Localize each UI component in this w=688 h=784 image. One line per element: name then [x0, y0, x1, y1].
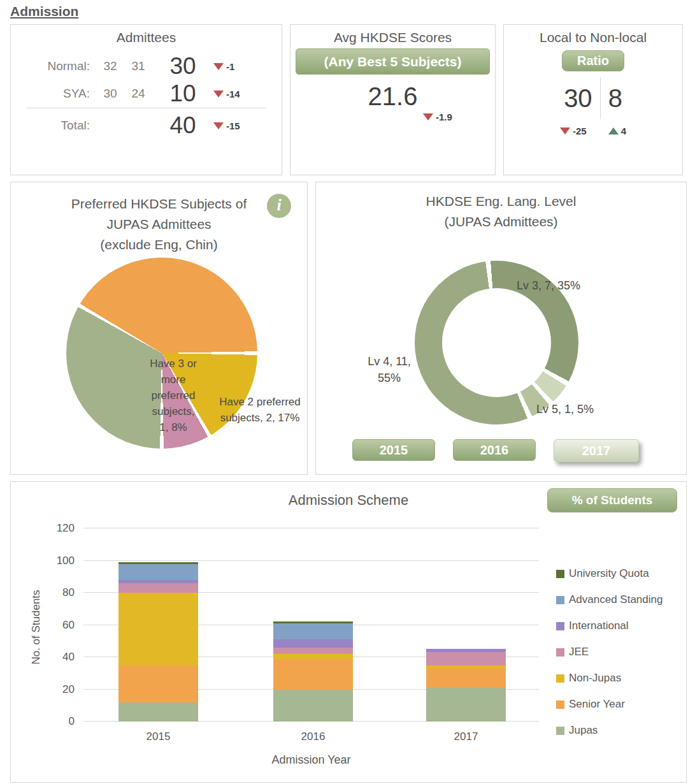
- legend-item-jee: JEE: [556, 646, 663, 658]
- decrease-icon: [213, 122, 224, 129]
- legend-swatch: [556, 701, 564, 709]
- bar-segment-senior-year: [273, 659, 353, 690]
- eng-lang-level-panel: HKDSE Eng. Lang. Level (JUPAS Admittees)…: [315, 182, 687, 475]
- delta: -1: [213, 61, 234, 72]
- ratio-title: Local to Non-local: [504, 30, 682, 45]
- ratio-deltas: -25 4: [504, 126, 682, 136]
- legend-label: International: [569, 620, 629, 632]
- legend-swatch: [556, 570, 564, 578]
- legend-item-international: International: [556, 620, 663, 632]
- nonlocal-value: 8: [608, 84, 622, 113]
- preferred-subjects-panel: Preferred HKDSE Subjects of JUPAS Admitt…: [10, 182, 308, 475]
- bar-segment-jupas: [273, 690, 353, 722]
- decrease-icon: [560, 127, 570, 134]
- chart-title: HKDSE Eng. Lang. Level: [316, 194, 686, 209]
- page-title: Admission: [10, 4, 78, 19]
- admittees-panel: Admittees Normal: 32 31 30 -1 SYA: 30 24…: [10, 24, 282, 175]
- donut-slice-label: Lv 4, 11, 55%: [347, 353, 432, 386]
- ratio-button[interactable]: Ratio: [562, 50, 624, 71]
- avg-score-value: 21.6: [290, 82, 495, 111]
- avg-hkdse-title: Avg HKDSE Scores: [290, 30, 495, 45]
- local-delta: -25: [560, 126, 587, 136]
- bar-segment-non-jupas: [118, 593, 198, 665]
- bar-plot-area: 020406080100120201520162017: [83, 528, 539, 722]
- legend-label: Non-Jupas: [569, 672, 621, 685]
- delta-value: 4: [621, 126, 626, 136]
- admittees-row-sya: SYA: 30 24 10 -14: [20, 78, 275, 109]
- value-current: 30: [152, 53, 213, 80]
- row-label: Normal:: [20, 59, 96, 73]
- decrease-icon: [423, 113, 433, 120]
- x-axis-label: Admission Year: [83, 753, 539, 767]
- delta-value: -1.9: [436, 112, 452, 122]
- bar-segment-advanced-standing: [273, 623, 353, 639]
- percent-of-students-button[interactable]: % of Students: [547, 488, 677, 512]
- avg-hkdse-panel: Avg HKDSE Scores (Any Best 5 Subjects) 2…: [290, 24, 496, 175]
- donut-slice-label: Lv 5, 1, 5%: [536, 403, 594, 416]
- delta: -14: [213, 89, 240, 99]
- value-two-years-ago: 30: [96, 87, 124, 101]
- legend-swatch: [556, 727, 564, 735]
- y-tick-label: 0: [47, 715, 75, 728]
- ratio-panel: Local to Non-local Ratio 30 8 -25 4: [503, 24, 683, 175]
- y-tick-label: 40: [47, 651, 75, 664]
- delta-value: -14: [226, 89, 240, 99]
- divider: [600, 77, 601, 119]
- admission-scheme-panel: Admission Scheme % of Students No. of St…: [10, 481, 687, 783]
- any-best-5-subjects-button[interactable]: (Any Best 5 Subjects): [296, 48, 490, 75]
- legend-item-advanced-standing: Advanced Standing: [556, 593, 663, 606]
- pie-slice-label: Have 3 or more preferred subjects, 1, 8%: [132, 356, 215, 435]
- admission-dashboard: Admission Admittees Normal: 32 31 30 -1 …: [0, 0, 688, 784]
- chart-title: (JUPAS Admittees): [316, 214, 686, 229]
- year-button-2017[interactable]: 2017: [554, 439, 639, 462]
- bar-segment-jupas: [118, 702, 198, 722]
- ratio-values: 30 8: [504, 77, 682, 119]
- stacked-bar-2016: [273, 528, 353, 722]
- legend-swatch: [556, 648, 564, 657]
- x-tick-label: 2015: [118, 730, 198, 743]
- legend-item-non-jupas: Non-Jupas: [556, 672, 663, 685]
- admittees-row-normal: Normal: 32 31 30 -1: [20, 51, 275, 82]
- decrease-icon: [213, 91, 224, 98]
- year-button-2015[interactable]: 2015: [352, 439, 435, 461]
- value-last-year: 24: [124, 87, 152, 101]
- chart-title: Preferred HKDSE Subjects of: [11, 196, 307, 212]
- bar-segment-jee: [426, 652, 506, 665]
- value-last-year: 31: [124, 59, 152, 73]
- chart-title: (exclude Eng, Chin): [11, 237, 307, 252]
- delta-value: -25: [573, 126, 587, 136]
- y-tick-label: 120: [47, 522, 75, 535]
- bar-segment-advanced-standing: [118, 564, 198, 580]
- stacked-bar-2017: [426, 528, 506, 722]
- x-tick-label: 2016: [273, 730, 353, 743]
- legend-label: Senior Year: [569, 698, 625, 711]
- legend-label: Advanced Standing: [569, 593, 663, 606]
- admittees-row-total: Total: 40 -15: [20, 110, 275, 141]
- legend-swatch: [556, 622, 564, 630]
- chart-title: JUPAS Admittees: [11, 217, 307, 232]
- legend-item-senior-year: Senior Year: [556, 698, 663, 711]
- legend-label: JEE: [569, 646, 589, 658]
- y-axis-label: No. of Students: [30, 557, 43, 697]
- delta-value: -15: [226, 120, 240, 131]
- decrease-icon: [213, 63, 224, 70]
- legend-label: Jupas: [569, 724, 598, 737]
- delta-value: -1: [226, 61, 234, 72]
- nonlocal-delta: 4: [608, 126, 626, 136]
- bar-legend: University QuotaAdvanced StandingInterna…: [556, 567, 663, 737]
- y-tick-label: 100: [47, 555, 75, 567]
- legend-swatch: [556, 674, 564, 683]
- legend-item-university-quota: University Quota: [556, 567, 663, 580]
- y-tick-label: 80: [47, 586, 75, 599]
- y-tick-label: 60: [47, 619, 75, 632]
- bar-segment-international: [273, 639, 353, 648]
- info-icon[interactable]: i: [267, 194, 291, 218]
- value-current: 40: [152, 112, 213, 139]
- divider: [26, 108, 266, 108]
- bar-segment-jee: [118, 583, 198, 593]
- value-current: 10: [152, 80, 213, 107]
- year-button-2016[interactable]: 2016: [453, 439, 536, 461]
- bar-segment-non-jupas: [273, 654, 353, 659]
- delta: -1.9: [423, 112, 452, 122]
- bar-segment-senior-year: [426, 669, 506, 688]
